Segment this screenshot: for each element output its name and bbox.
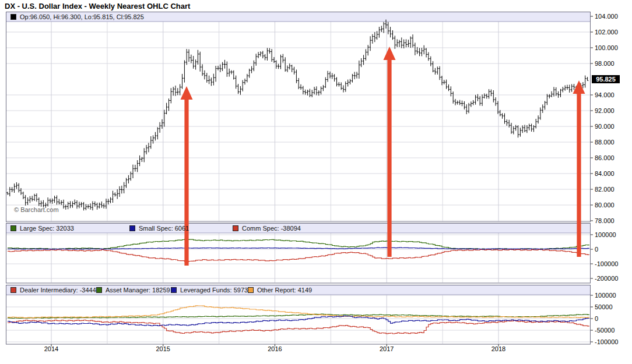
axis-tick-label: -100000 bbox=[595, 260, 618, 267]
axis-tick-label: -200000 bbox=[595, 275, 618, 282]
axis-tick-label: 104.000 bbox=[595, 13, 618, 20]
leveraged-funds-label: Leveraged Funds: 5973 bbox=[180, 287, 248, 294]
cot-line-comm-spec bbox=[8, 249, 589, 261]
x-axis-year-label: 2015 bbox=[156, 345, 170, 352]
axis-tick-label: -100000 bbox=[595, 338, 618, 345]
large-spec-swatch bbox=[10, 225, 16, 231]
ohlc-legend-text: Op:96.050, Hi:96.300, Lo:95.815, Cl:95.8… bbox=[20, 13, 144, 20]
axis-tick-label: 86.000 bbox=[595, 154, 615, 161]
axis-tick-label: 0 bbox=[595, 315, 598, 322]
small-spec-swatch bbox=[129, 225, 135, 231]
axis-tick-label: 92.000 bbox=[595, 107, 615, 114]
axis-tick-label: 100000 bbox=[595, 231, 616, 238]
asset-manager-swatch bbox=[96, 287, 102, 293]
axis-tick-label: 84.000 bbox=[595, 170, 615, 177]
axis-tick-label: 88.000 bbox=[595, 139, 615, 146]
cot-line-other-report bbox=[8, 306, 589, 318]
axis-tick-label: 98.000 bbox=[595, 60, 615, 67]
dealer-swatch bbox=[10, 287, 16, 293]
axis-tick-label: 100000 bbox=[595, 292, 616, 299]
leveraged-funds-swatch bbox=[171, 287, 177, 293]
cot-legend-tff: Dealer Intermediary: -34442 Asset Manage… bbox=[6, 285, 590, 295]
panel-frame bbox=[6, 12, 591, 222]
cot-line-dealer-intermediary bbox=[8, 320, 589, 334]
comm-spec-swatch bbox=[233, 225, 238, 231]
axis-tick-label: 50000 bbox=[595, 303, 613, 310]
annotation-arrow bbox=[181, 86, 193, 266]
other-report-swatch bbox=[248, 287, 254, 293]
small-spec-label: Small Spec: 6061 bbox=[139, 225, 189, 232]
comm-spec-label: Comm Spec: -38094 bbox=[242, 225, 301, 232]
x-axis-year-label: 2017 bbox=[380, 345, 394, 352]
axis-tick-label: 78.000 bbox=[595, 217, 615, 224]
ohlc-legend-swatch bbox=[10, 14, 16, 20]
x-axis-year-label: 2018 bbox=[491, 345, 505, 352]
cot-legend-spec: Large Spec: 32033 Small Spec: 6061 Comm … bbox=[6, 224, 590, 233]
x-axis-year-label: 2014 bbox=[44, 345, 58, 352]
cot-line-asset-manager bbox=[8, 314, 589, 319]
axis-tick-label: 82.000 bbox=[595, 186, 615, 193]
chart-canvas[interactable]: 104.000102.000100.00098.00094.00092.0009… bbox=[0, 0, 632, 364]
axis-tick-label: 100.000 bbox=[595, 44, 618, 51]
axis-tick-label: 102.000 bbox=[595, 29, 618, 36]
large-spec-label: Large Spec: 32033 bbox=[20, 225, 74, 232]
dealer-label: Dealer Intermediary: -34442 bbox=[20, 287, 100, 294]
last-price-badge: 95.825 bbox=[592, 75, 620, 83]
chart-window: DX - U.S. Dollar Index - Weekly Nearest … bbox=[0, 0, 632, 364]
asset-manager-label: Asset Manager: 18259 bbox=[106, 287, 170, 294]
axis-tick-label: -50000 bbox=[595, 327, 615, 334]
x-axis-year-label: 2016 bbox=[268, 345, 282, 352]
other-report-label: Other Report: 4149 bbox=[257, 287, 312, 294]
axis-tick-label: 80.000 bbox=[595, 202, 615, 208]
axis-tick-label: 90.000 bbox=[595, 123, 615, 130]
axis-tick-label: 0 bbox=[595, 246, 598, 253]
axis-tick-label: 94.000 bbox=[595, 91, 615, 98]
ohlc-bars bbox=[6, 20, 588, 211]
ohlc-legend: Op:96.050, Hi:96.300, Lo:95.815, Cl:95.8… bbox=[6, 12, 590, 22]
copyright-watermark: © Barchart.com bbox=[14, 206, 59, 213]
